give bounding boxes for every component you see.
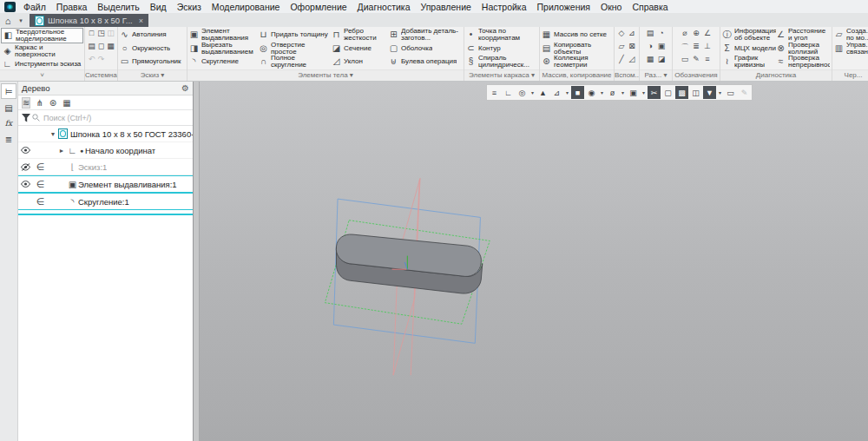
- curvature-graph-button[interactable]: ≀График кривизны: [722, 55, 776, 69]
- tab-close-icon[interactable]: ×: [139, 16, 143, 25]
- cylindrical-spiral-button[interactable]: §Спираль цилиндрическ...: [466, 55, 537, 69]
- ribbon-collapse-chevron[interactable]: ˅: [0, 69, 84, 81]
- save-icon[interactable]: ◫: [106, 29, 115, 42]
- menu-view[interactable]: Вид: [145, 2, 172, 12]
- menu-diagnostics[interactable]: Диагностика: [352, 2, 416, 12]
- filter-funnel-icon[interactable]: [22, 114, 30, 122]
- axes-orientation-icon[interactable]: ⊿: [550, 86, 563, 99]
- zoom-tool-icon[interactable]: ◎: [516, 86, 529, 99]
- shell-button[interactable]: ▢Оболочка: [389, 42, 460, 56]
- tree-item-extrusion[interactable]: ∈ ▣ Элемент выдавливания:1: [18, 175, 193, 193]
- panel-splitter[interactable]: [194, 82, 200, 441]
- parameters-panel-icon[interactable]: ▤: [2, 101, 16, 115]
- filter-objects-icon[interactable]: ▼: [703, 86, 716, 99]
- tree-item-fillet[interactable]: ∈ ◝ Скругление:1: [18, 193, 193, 210]
- diameter-dimension-icon[interactable]: ⌀: [680, 29, 691, 42]
- menu-settings[interactable]: Настройка: [477, 2, 532, 12]
- partition-tool-icon-3[interactable]: ◑: [645, 42, 656, 55]
- manage-links-button[interactable]: ▥Управ... связан...: [834, 42, 868, 56]
- menu-file[interactable]: Файл: [18, 2, 51, 12]
- partition-tool-icon-2[interactable]: ◔: [656, 29, 667, 42]
- grid-array-button[interactable]: ▦Массив по сетке: [542, 28, 612, 42]
- tree-item-sketch[interactable]: ∈ ⌊ Эскиз:1: [18, 159, 193, 175]
- copy-view-icon[interactable]: ▢: [661, 86, 674, 99]
- open-document-icon[interactable]: ◳: [96, 29, 106, 42]
- autoline-button[interactable]: ∿ Автолиния: [120, 28, 185, 42]
- home-dropdown-icon[interactable]: ▾: [16, 17, 26, 24]
- menu-modeling[interactable]: Моделирование: [207, 2, 286, 12]
- display-shaded-icon[interactable]: ■: [571, 86, 584, 99]
- print-icon[interactable]: ▤: [87, 42, 96, 55]
- collision-check-button[interactable]: ⊗Проверка коллизий: [776, 42, 830, 56]
- simple-hole-button[interactable]: ◎Отверстие простое: [259, 42, 332, 56]
- expand-caret-icon[interactable]: ▼: [48, 131, 58, 137]
- redo-icon[interactable]: ↷: [96, 55, 106, 68]
- new-document-icon[interactable]: □: [87, 29, 96, 42]
- object-info-button[interactable]: ⓘИнформация об объекте: [722, 28, 776, 42]
- hidden-lines-dropdown-icon[interactable]: ▾: [620, 89, 626, 95]
- boolean-operation-button[interactable]: ⊎Булева операция: [389, 55, 460, 69]
- menu-management[interactable]: Управление: [415, 2, 476, 12]
- mode-wireframe-surfaces-button[interactable]: ◈ Каркас и поверхности: [1, 44, 83, 58]
- app-logo-icon[interactable]: ◉: [4, 2, 16, 12]
- camera-projection-icon[interactable]: ▣: [627, 86, 640, 99]
- orientation-icon[interactable]: ▲: [536, 86, 549, 99]
- tree-item-origin[interactable]: ► ∟ ● Начало координат: [18, 142, 193, 159]
- tree-composition-icon[interactable]: ⋔: [36, 98, 43, 108]
- tree-search-input[interactable]: [42, 111, 193, 124]
- tree-relations-icon[interactable]: ⊛: [49, 98, 56, 108]
- hidden-lines-icon[interactable]: ø: [606, 86, 619, 99]
- perpendicular-icon[interactable]: ⊥: [702, 42, 713, 55]
- tree-item-part-root[interactable]: ▼ Шпонка 10 x 8 x 50 ГОСТ 23360-78 (Тел-: [18, 126, 193, 142]
- aux-local-cs-icon[interactable]: ⊠: [627, 42, 637, 55]
- variables-panel-icon[interactable]: fx: [2, 116, 16, 130]
- rib-button[interactable]: ⊓Ребро жесткости: [332, 28, 389, 42]
- partition-tool-icon-5[interactable]: ▦: [645, 55, 656, 68]
- inclusion-icon[interactable]: ∈: [33, 161, 48, 173]
- tree-settings-gear-icon[interactable]: ⚙: [181, 83, 189, 93]
- menu-formatting[interactable]: Оформление: [285, 2, 352, 12]
- scene-settings-icon[interactable]: ▩: [675, 86, 688, 99]
- main-menu-icon[interactable]: ≣: [2, 132, 16, 146]
- linear-dimension-icon[interactable]: ▭: [680, 55, 691, 68]
- circle-button[interactable]: ○ Окружность: [120, 42, 185, 56]
- distance-angle-button[interactable]: ∠Расстояние и угол: [776, 28, 830, 42]
- quick-image-icon[interactable]: ◫: [689, 86, 702, 99]
- menu-help[interactable]: Справка: [627, 2, 673, 12]
- display-style-icon[interactable]: ◉: [585, 86, 598, 99]
- arc-dimension-icon[interactable]: ⌒: [680, 42, 691, 55]
- menu-sketch[interactable]: Эскиз: [172, 2, 207, 12]
- thicken-button[interactable]: ⊔Придать толщину: [259, 28, 332, 42]
- partition-tool-icon-6[interactable]: ◪: [656, 55, 667, 68]
- fillet-button[interactable]: ◝Скругление: [189, 55, 259, 69]
- partition-tool-icon-4[interactable]: ▣: [656, 42, 667, 55]
- save-all-icon[interactable]: ▦: [106, 42, 115, 55]
- leader-icon[interactable]: ≣: [691, 42, 702, 55]
- collapsed-caret-icon[interactable]: ►: [56, 148, 67, 154]
- add-part-blank-button[interactable]: ⊞Добавить деталь-заготов...: [389, 28, 460, 42]
- aux-plane-icon-3[interactable]: ◿: [627, 55, 637, 68]
- mode-sketch-tools-button[interactable]: ∟ Инструменты эскиза: [1, 59, 83, 69]
- filter-dropdown-icon[interactable]: ▾: [717, 89, 723, 95]
- tree-panel-icon[interactable]: ⊨: [1, 83, 16, 99]
- contour-button[interactable]: ⊂Контур: [466, 42, 537, 56]
- visibility-eye-icon[interactable]: [18, 181, 33, 188]
- rectangle-button[interactable]: ▭ Прямоугольник: [120, 55, 185, 69]
- document-tab[interactable]: Шпонка 10 x 8 x 50 Г... ×: [30, 14, 148, 27]
- full-fillet-button[interactable]: ∩Полное скругление: [259, 55, 332, 69]
- continuity-check-button[interactable]: ≈Проверка непрерывности: [776, 55, 830, 69]
- annotation-pen-icon[interactable]: ✎: [738, 86, 751, 99]
- visibility-eye-icon[interactable]: [18, 147, 33, 154]
- menu-edit[interactable]: Правка: [51, 2, 92, 12]
- menu-applications[interactable]: Приложения: [532, 2, 595, 12]
- tree-structure-icon[interactable]: ≋: [23, 98, 30, 108]
- zoom-dropdown-icon[interactable]: ▾: [529, 89, 536, 95]
- draft-button[interactable]: ◿Уклон: [332, 55, 389, 69]
- print-preview-icon[interactable]: ◻: [96, 42, 106, 55]
- aux-axis-icon-2[interactable]: ╱: [616, 55, 627, 68]
- inclusion-icon[interactable]: ∈: [33, 196, 48, 207]
- display-style-dropdown-icon[interactable]: ▾: [599, 89, 605, 95]
- point-by-coordinates-button[interactable]: •Точка по координатам: [466, 28, 537, 42]
- toolbar-drag-handle[interactable]: ≡: [488, 86, 501, 99]
- camera-dropdown-icon[interactable]: ▾: [641, 89, 647, 95]
